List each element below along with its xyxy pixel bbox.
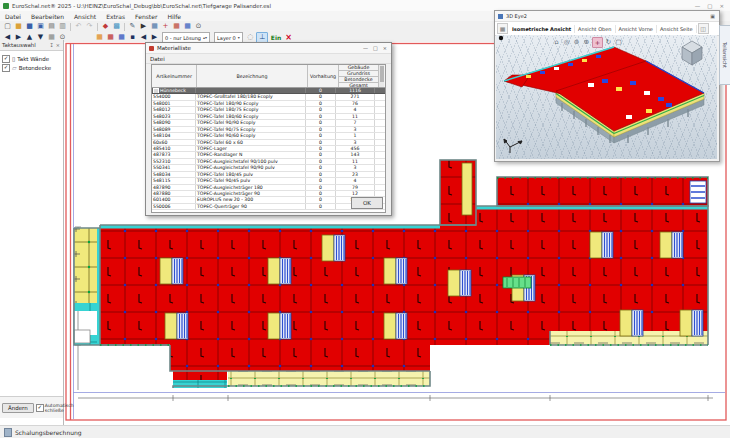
fit-icon[interactable]: ▢ <box>614 37 623 46</box>
ein-toggle[interactable]: Ein <box>269 34 283 41</box>
menu-item[interactable]: Hilfe <box>162 13 186 20</box>
viewer3d-window: 3D Eye2 ▣ ▦ Isometrische AnsichtAnsicht … <box>494 10 720 162</box>
checkbox[interactable] <box>2 55 10 63</box>
select-icon[interactable]: ▶ <box>139 22 149 31</box>
zoom-in-icon[interactable]: ⊕ <box>582 37 591 46</box>
dialog-icon <box>149 46 154 51</box>
auto-close-checkbox[interactable] <box>36 404 44 412</box>
toolbar-separator <box>70 23 71 31</box>
close-icon[interactable]: × <box>55 42 61 48</box>
materialliste-dialog: Materialliste — □ × Datei Artikelnummer … <box>145 42 392 216</box>
add-icon[interactable]: + <box>161 22 171 31</box>
menu-item[interactable]: Datei <box>0 13 26 20</box>
save-all-icon[interactable]: ▣ <box>36 22 46 31</box>
viewer3d-title: 3D Eye2 <box>506 13 527 19</box>
dialog-minimize-button[interactable]: — <box>363 45 368 51</box>
dialog-menu-datei[interactable]: Datei <box>146 56 169 62</box>
new-icon[interactable]: ▢ <box>3 22 13 31</box>
group-icon <box>153 88 159 93</box>
undo-icon[interactable]: ↶ <box>74 22 84 31</box>
table-blue-icon[interactable]: ▦ <box>183 22 193 31</box>
menu-item[interactable]: Fenster <box>130 13 162 20</box>
viewer3d-maximize-button[interactable]: ▣ <box>710 13 719 19</box>
takt-panel: Taktauswahl ↧ × ▯ Takt Wände ▱ Betondeck… <box>0 40 64 425</box>
viewer3d-toolbar: ⌂◎⊖⊕+↻▢ <box>552 37 623 48</box>
print-preview-icon[interactable]: ▥ <box>58 22 68 31</box>
change-button[interactable]: Ändern <box>2 403 34 413</box>
eye-icon[interactable]: ◎ <box>562 37 571 46</box>
zoom-out-icon[interactable]: ⊖ <box>572 37 581 46</box>
dialog-titlebar[interactable]: Materialliste — □ × <box>146 43 391 54</box>
panel-footer: Ändern Automatisch schließe <box>0 396 63 418</box>
viewer3d-titlebar[interactable]: 3D Eye2 ▣ <box>495 11 719 22</box>
frame-icon[interactable]: ▦ <box>150 22 160 31</box>
tree-item[interactable]: ▯ Takt Wände <box>2 54 61 63</box>
takt-orange-icon[interactable]: ▦ <box>95 33 105 42</box>
ortho-toggle-icon[interactable]: ◫ <box>698 23 709 34</box>
dark-icon[interactable]: ▪ <box>128 33 138 42</box>
takt-red-icon[interactable]: ▦ <box>106 33 116 42</box>
prev-icon[interactable]: ◀ <box>139 33 149 42</box>
building-3d <box>496 35 717 159</box>
col-bezeichnung[interactable]: Bezeichnung <box>197 65 308 87</box>
rotate-icon[interactable]: ↻ <box>604 37 613 46</box>
redo-icon[interactable]: ↷ <box>85 22 95 31</box>
close-button[interactable]: × <box>719 3 724 9</box>
menu-item[interactable]: Bearbeiten <box>26 13 69 20</box>
next-icon[interactable]: ▶ <box>150 33 160 42</box>
maximize-button[interactable]: ▢ <box>707 3 712 9</box>
table-body: 554000 TOPEC-Großtafel 180/180 Ecoply 0 … <box>152 94 385 210</box>
col-gesamt-stack[interactable]: GebäudeGrundrissBetondeckeGesamt <box>339 65 379 87</box>
col-artikelnummer[interactable]: Artikelnummer <box>152 65 197 87</box>
open-icon[interactable]: ■ <box>14 22 24 31</box>
cursor-dot <box>499 36 503 40</box>
menu-item[interactable]: Ansicht <box>69 13 101 20</box>
minimize-button[interactable]: — <box>695 3 701 9</box>
print-icon[interactable]: ▤ <box>47 22 57 31</box>
dialog-close-button[interactable]: × <box>383 45 387 51</box>
pan-icon[interactable]: + <box>592 37 603 48</box>
view-tab[interactable]: Ansicht Seite <box>657 25 697 33</box>
view-mode-icon[interactable]: ▦ <box>497 23 508 34</box>
delete-icon[interactable]: × <box>283 33 294 42</box>
format-icon[interactable]: ◆ <box>101 22 111 31</box>
table-header: Artikelnummer Bezeichnung Vorhaltung Geb… <box>152 65 385 88</box>
tree-item-label: Takt Wände <box>17 56 49 62</box>
axis-indicator <box>504 139 522 153</box>
window-title: EuroSchal.net® 2025 - U:\HEINZ\EuroSchal… <box>12 3 271 9</box>
auto-close-label: Automatisch schließe <box>45 403 74 413</box>
toolbar2-mid-icons: ▦▦▦▪◀▶ <box>94 33 160 42</box>
right-dock-tab[interactable]: Teilansicht <box>719 25 730 85</box>
draw-icon[interactable]: ✎ <box>128 22 138 31</box>
zoom-icon[interactable]: ⊙ <box>194 22 204 31</box>
col-vorhaltung[interactable]: Vorhaltung <box>308 65 339 87</box>
view-tab[interactable]: Isometrische Ansicht <box>509 25 575 33</box>
layer-type-icon: ▯ <box>12 55 15 62</box>
settings-icon[interactable]: ◌ <box>245 33 255 42</box>
save-icon[interactable]: ■ <box>25 22 35 31</box>
tree-item-label: Betondecke <box>19 65 51 71</box>
toolbar-separator <box>124 23 125 31</box>
viewer3d-viewport[interactable]: ⌂◎⊖⊕+↻▢ <box>496 35 717 159</box>
view-tab[interactable]: Ansicht Vorne <box>616 25 657 33</box>
chevron-down-icon: ▾ <box>238 34 240 42</box>
dialog-maximize-button[interactable]: □ <box>373 45 378 51</box>
menu-item[interactable]: Extras <box>101 13 130 20</box>
tree-item[interactable]: ▱ Betondecke <box>2 63 61 72</box>
right-dock-tab-label: Teilansicht <box>723 42 729 68</box>
panel-title: Taktauswahl <box>2 42 49 48</box>
dialog-title: Materialliste <box>157 45 191 51</box>
table-scrollbar[interactable] <box>379 65 384 87</box>
ok-button[interactable]: OK <box>351 197 383 209</box>
nav-cube-icon <box>682 41 702 65</box>
checkbox[interactable] <box>2 64 10 72</box>
layer-type-icon: ▱ <box>12 64 17 71</box>
home-icon[interactable]: ⌂ <box>552 37 561 46</box>
status-icon <box>4 428 12 437</box>
takt-blue-icon[interactable]: ▦ <box>117 33 127 42</box>
image-icon[interactable]: ▩ <box>112 22 122 31</box>
viewer3d-tabs: ▦ Isometrische AnsichtAnsicht ObenAnsich… <box>495 22 719 36</box>
table-red-icon[interactable]: ▦ <box>172 22 182 31</box>
view-tab[interactable]: Ansicht Oben <box>575 25 615 33</box>
material-table[interactable]: Artikelnummer Bezeichnung Vorhaltung Geb… <box>151 64 386 213</box>
